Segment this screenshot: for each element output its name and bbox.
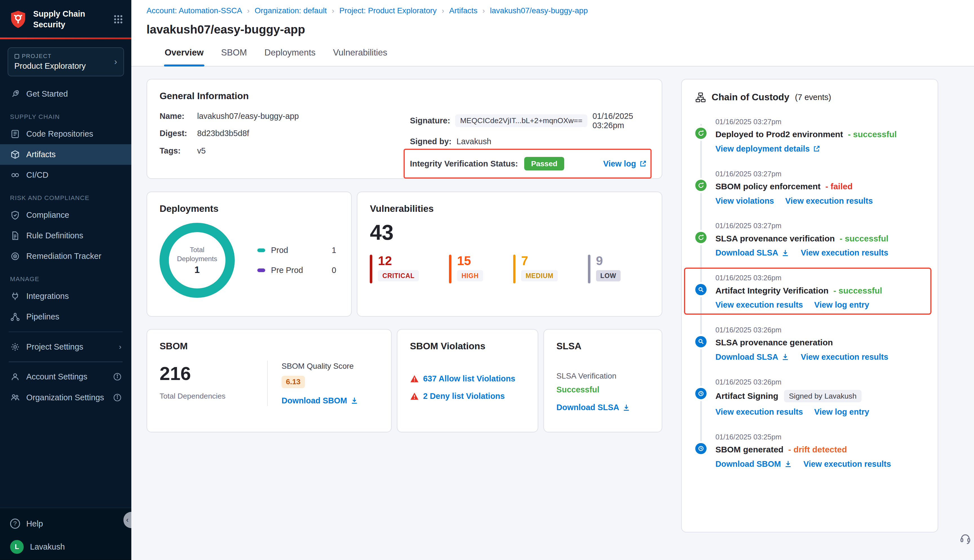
organization-icon bbox=[10, 393, 20, 402]
breadcrumb-artifacts[interactable]: Artifacts bbox=[449, 6, 477, 15]
sidebar-item-project-settings[interactable]: Project Settings › bbox=[0, 337, 131, 357]
panel-title: Chain of Custody bbox=[712, 92, 789, 103]
severity-breakdown: 12 CRITICAL 15 HIGH bbox=[370, 255, 649, 283]
rocket-icon bbox=[10, 89, 20, 98]
download-sbom-link[interactable]: Download SBOM bbox=[715, 460, 792, 469]
view-log-entry-link[interactable]: View log entry bbox=[814, 300, 869, 310]
project-icon bbox=[14, 54, 20, 59]
severity-count: 9 bbox=[596, 255, 603, 267]
sidebar-item-compliance[interactable]: Compliance bbox=[0, 205, 131, 225]
info-icon bbox=[113, 393, 122, 402]
app-root: Supply Chain Security PROJECT Product Ex… bbox=[0, 0, 974, 560]
sidebar-item-user[interactable]: L Lavakush bbox=[0, 534, 131, 560]
event-timestamp: 01/16/2025 03:27pm bbox=[715, 222, 924, 230]
breadcrumb: Account: Automation-SSCA › Organization:… bbox=[147, 6, 959, 15]
severity-high: 15 HIGH bbox=[449, 255, 483, 283]
warning-icon bbox=[410, 375, 419, 383]
breadcrumb-project[interactable]: Project: Product Exploratory bbox=[339, 6, 437, 15]
project-selector[interactable]: PROJECT Product Exploratory › bbox=[8, 47, 124, 76]
avatar: L bbox=[10, 540, 24, 554]
gear-icon bbox=[10, 342, 20, 352]
tab-overview[interactable]: Overview bbox=[164, 46, 204, 66]
view-execution-results-link[interactable]: View execution results bbox=[804, 460, 891, 469]
sidebar-nav: Get Started SUPPLY CHAIN Code Repositori… bbox=[0, 80, 131, 412]
event-title: Artifact Integrity Verification - succes… bbox=[715, 286, 924, 295]
tab-sbom[interactable]: SBOM bbox=[220, 46, 247, 66]
allow-list-violations-link[interactable]: 637 Allow list Violations bbox=[423, 374, 515, 383]
event-title: SLSA provenance verification - successfu… bbox=[715, 234, 924, 243]
breadcrumb-account[interactable]: Account: Automation-SSCA bbox=[147, 6, 242, 15]
breadcrumb-current[interactable]: lavakush07/easy-buggy-app bbox=[490, 6, 588, 15]
tags-value: v5 bbox=[197, 146, 205, 155]
section-manage: MANAGE bbox=[0, 267, 131, 286]
legend-item-prod: Prod 1 bbox=[257, 246, 339, 255]
tab-deployments[interactable]: Deployments bbox=[264, 46, 316, 66]
deployments-legend: Prod 1 Pre Prod 0 bbox=[257, 246, 339, 275]
vulnerabilities-total: 43 bbox=[370, 220, 649, 245]
sidebar-item-organization-settings[interactable]: Organization Settings bbox=[0, 387, 131, 408]
artifacts-cube-icon bbox=[10, 150, 20, 159]
sidebar: Supply Chain Security PROJECT Product Ex… bbox=[0, 0, 131, 560]
signed-by-badge: Signed by Lavakush bbox=[784, 390, 862, 402]
event-timestamp: 01/16/2025 03:25pm bbox=[715, 433, 924, 441]
sidebar-item-code-repositories[interactable]: Code Repositories bbox=[0, 124, 131, 144]
divider bbox=[9, 332, 123, 332]
sidebar-item-help[interactable]: ? Help bbox=[0, 513, 131, 534]
shield-check-icon bbox=[10, 210, 20, 220]
view-log-entry-link[interactable]: View log entry bbox=[814, 407, 869, 417]
target-icon bbox=[10, 252, 20, 261]
left-column: General Information Name:lavakush07/easy… bbox=[147, 79, 662, 432]
breadcrumb-organization[interactable]: Organization: default bbox=[255, 6, 327, 15]
download-slsa-link[interactable]: Download SLSA bbox=[715, 248, 789, 257]
sidebar-item-pipelines[interactable]: Pipelines bbox=[0, 307, 131, 327]
timeline-event-sbom-policy: 01/16/2025 03:27pm SBOM policy enforceme… bbox=[695, 170, 924, 206]
event-timeline: 01/16/2025 03:27pm Deployed to Prod2 env… bbox=[695, 118, 924, 469]
view-execution-results-link[interactable]: View execution results bbox=[715, 300, 803, 310]
chain-of-custody-panel: Chain of Custody (7 events) 01/16/2025 0… bbox=[681, 79, 939, 532]
download-sbom-link[interactable]: Download SBOM bbox=[282, 396, 358, 405]
status-badge-passed: Passed bbox=[524, 157, 564, 171]
view-execution-results-link[interactable]: View execution results bbox=[715, 407, 803, 417]
integrity-verification-row: Integrity Verification Status: Passed Vi… bbox=[410, 153, 649, 174]
view-execution-results-link[interactable]: View execution results bbox=[801, 248, 888, 257]
slsa-status: Successful bbox=[556, 385, 649, 394]
donut-center-value: 1 bbox=[195, 265, 200, 275]
sidebar-bottom: ? Help L Lavakush bbox=[0, 508, 131, 560]
severity-bar bbox=[370, 255, 372, 283]
view-deployment-details-link[interactable]: View deployment details bbox=[715, 144, 820, 153]
severity-count: 12 bbox=[378, 255, 392, 267]
download-slsa-link[interactable]: Download SLSA bbox=[715, 352, 789, 362]
view-execution-results-link[interactable]: View execution results bbox=[801, 352, 888, 362]
sidebar-header: Supply Chain Security bbox=[0, 0, 131, 37]
chevron-right-icon: › bbox=[119, 343, 122, 351]
sidebar-item-get-started[interactable]: Get Started bbox=[0, 84, 131, 104]
user-name: Lavakush bbox=[30, 542, 65, 552]
donut-center-label: Total Deployments bbox=[174, 245, 220, 263]
policy-event-icon bbox=[695, 180, 707, 191]
sidebar-item-remediation-tracker[interactable]: Remediation Tracker bbox=[0, 246, 131, 267]
tab-vulnerabilities[interactable]: Vulnerabilities bbox=[333, 46, 388, 66]
view-execution-results-link[interactable]: View execution results bbox=[785, 196, 873, 206]
sidebar-item-rule-definitions[interactable]: Rule Definitions bbox=[0, 225, 131, 246]
deny-list-violations-link[interactable]: 2 Deny list Violations bbox=[423, 392, 505, 401]
download-slsa-link[interactable]: Download SLSA bbox=[556, 403, 630, 412]
signing-event-icon bbox=[695, 388, 707, 399]
verify-event-icon bbox=[695, 232, 707, 243]
event-status: - drift detected bbox=[786, 445, 847, 454]
module-grid-icon[interactable] bbox=[114, 15, 123, 24]
sidebar-item-integrations[interactable]: Integrations bbox=[0, 286, 131, 307]
sidebar-item-account-settings[interactable]: Account Settings bbox=[0, 367, 131, 387]
deploy-event-icon bbox=[695, 128, 707, 139]
view-violations-link[interactable]: View violations bbox=[715, 196, 774, 206]
chain-of-custody-icon bbox=[695, 92, 706, 103]
sidebar-item-artifacts[interactable]: Artifacts bbox=[0, 144, 131, 165]
top-bar: Account: Automation-SSCA › Organization:… bbox=[131, 0, 974, 36]
card-heading: SBOM Violations bbox=[410, 341, 525, 352]
severity-count: 15 bbox=[457, 255, 471, 267]
slsa-verification-label: SLSA Verification bbox=[556, 372, 649, 380]
section-supply-chain: SUPPLY CHAIN bbox=[0, 104, 131, 123]
support-chat-icon[interactable] bbox=[959, 533, 971, 545]
sidebar-item-cicd[interactable]: CI/CD bbox=[0, 165, 131, 185]
app-title: Supply Chain Security bbox=[33, 9, 85, 30]
view-log-link[interactable]: View log bbox=[603, 159, 647, 168]
